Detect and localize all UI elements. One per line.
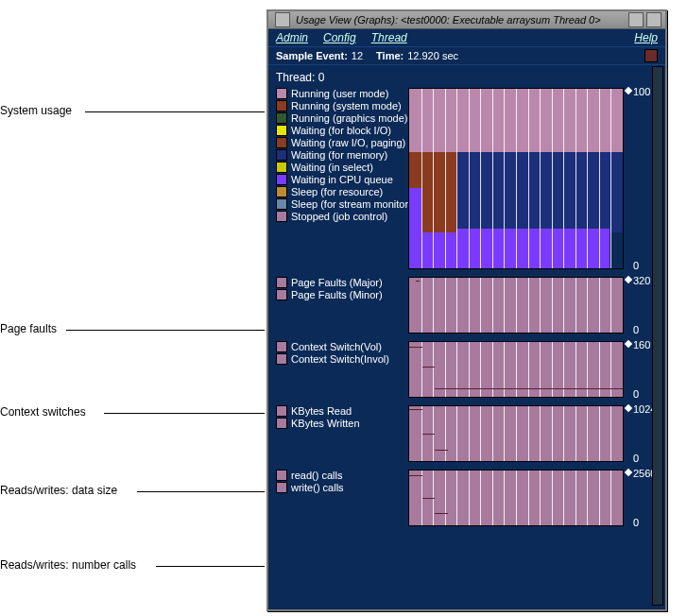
legend-item: Running (system mode) bbox=[276, 100, 408, 111]
ymin: 0 bbox=[633, 260, 639, 271]
menu-help[interactable]: Help bbox=[634, 31, 658, 44]
legend-label: Waiting (in select) bbox=[291, 162, 373, 173]
panel-rw-calls: read() callswrite() calls 2560 0 bbox=[276, 470, 658, 526]
legend-label: KBytes Read bbox=[291, 405, 352, 417]
legend-label: Waiting (for block I/O) bbox=[291, 125, 391, 136]
legend-swatch-icon bbox=[276, 341, 287, 352]
legend-item: Context Switch(Invol) bbox=[276, 353, 408, 365]
legend-item: Stopped (job control) bbox=[276, 211, 408, 222]
annotation-rw-calls: Reads/writes: number calls bbox=[0, 558, 136, 572]
legend-label: Running (system mode) bbox=[291, 100, 402, 111]
legend-swatch-icon bbox=[276, 112, 287, 124]
legend-label: Page Faults (Minor) bbox=[291, 289, 383, 300]
ymax: 320 bbox=[633, 275, 650, 286]
marker-icon bbox=[625, 404, 632, 412]
legend-swatch-icon bbox=[276, 277, 287, 288]
legend-label: Waiting (raw I/O, paging) bbox=[291, 137, 405, 148]
legend-item: write() calls bbox=[276, 482, 408, 493]
titlebar[interactable]: Usage View (Graphs): <test0000: Executab… bbox=[268, 11, 665, 29]
annotation-rw-size: Reads/writes: data size bbox=[0, 484, 117, 497]
ymin: 0 bbox=[633, 388, 639, 400]
legend-swatch-icon bbox=[276, 162, 287, 173]
chart-page-faults[interactable] bbox=[408, 277, 624, 334]
legend-label: Context Switch(Vol) bbox=[291, 341, 382, 352]
legend-item: Page Faults (Major) bbox=[276, 277, 408, 288]
annotation-context-switches: Context switches bbox=[0, 405, 86, 419]
legend-item: Waiting (in select) bbox=[276, 162, 408, 173]
chart-rw-size[interactable] bbox=[408, 405, 624, 462]
legend-item: KBytes Read bbox=[276, 405, 408, 417]
info-bar: Sample Event: 12 Time: 12.920 sec bbox=[268, 46, 665, 65]
menubar: Admin Config Thread Help bbox=[268, 29, 665, 46]
time-value: 12.920 sec bbox=[407, 50, 458, 61]
legend-item: Running (graphics mode) bbox=[276, 112, 408, 124]
ymin: 0 bbox=[633, 453, 639, 464]
marker-icon bbox=[625, 469, 632, 476]
legend-item: Waiting in CPU queue bbox=[276, 174, 408, 185]
legend-swatch-icon bbox=[276, 418, 287, 429]
legend-swatch-icon bbox=[276, 289, 287, 300]
ymin: 0 bbox=[633, 324, 639, 335]
legend-swatch-icon bbox=[276, 470, 287, 481]
chart-rw-calls[interactable] bbox=[408, 470, 624, 526]
legend-swatch-icon bbox=[276, 149, 287, 161]
legend-swatch-icon bbox=[276, 125, 287, 136]
panel-system-usage: Running (user mode)Running (system mode)… bbox=[276, 88, 658, 269]
menu-thread[interactable]: Thread bbox=[371, 31, 407, 44]
panel-context-switches: Context Switch(Vol)Context Switch(Invol)… bbox=[276, 341, 658, 398]
ymax: 100 bbox=[633, 86, 650, 97]
legend-item: Waiting (for memory) bbox=[276, 149, 408, 161]
maximize-button[interactable] bbox=[646, 12, 661, 27]
legend-swatch-icon bbox=[276, 198, 287, 210]
marker-icon bbox=[625, 340, 632, 348]
legend-swatch-icon bbox=[276, 186, 287, 197]
chart-context-switches[interactable] bbox=[408, 341, 624, 398]
chart-system-usage[interactable] bbox=[408, 88, 624, 269]
legend-item: Waiting (for block I/O) bbox=[276, 125, 408, 136]
sample-event-label: Sample Event: bbox=[276, 50, 348, 61]
legend-label: Sleep (for stream monitor) bbox=[291, 198, 412, 210]
legend-item: Sleep (for resource) bbox=[276, 186, 408, 197]
legend-label: read() calls bbox=[291, 470, 342, 481]
legend-label: Waiting (for memory) bbox=[291, 149, 387, 161]
legend-item: Page Faults (Minor) bbox=[276, 289, 408, 300]
legend-item: Waiting (raw I/O, paging) bbox=[276, 137, 408, 148]
legend-swatch-icon bbox=[276, 88, 287, 99]
legend-item: KBytes Written bbox=[276, 418, 408, 429]
record-indicator-icon bbox=[644, 49, 658, 62]
vertical-scrollbar[interactable] bbox=[652, 66, 663, 606]
legend-label: Running (graphics mode) bbox=[291, 112, 408, 124]
legend-swatch-icon bbox=[276, 211, 287, 222]
marker-icon bbox=[625, 276, 632, 283]
legend-item: Context Switch(Vol) bbox=[276, 341, 408, 352]
menu-config[interactable]: Config bbox=[323, 31, 356, 44]
marker-icon bbox=[625, 87, 632, 94]
thread-label: Thread: 0 bbox=[276, 71, 658, 84]
legend-swatch-icon bbox=[276, 482, 287, 493]
annotation-page-faults: Page faults bbox=[0, 322, 57, 335]
legend-swatch-icon bbox=[276, 174, 287, 185]
minimize-button[interactable] bbox=[628, 12, 644, 27]
legend-swatch-icon bbox=[276, 405, 287, 417]
panel-page-faults: Page Faults (Major)Page Faults (Minor) 3… bbox=[276, 277, 658, 334]
legend-label: KBytes Written bbox=[291, 418, 360, 429]
legend-label: Running (user mode) bbox=[291, 88, 388, 99]
menu-admin[interactable]: Admin bbox=[276, 31, 308, 44]
window-title: Usage View (Graphs): <test0000: Executab… bbox=[296, 14, 626, 26]
legend-label: Sleep (for resource) bbox=[291, 186, 383, 197]
sample-event-value: 12 bbox=[352, 50, 363, 61]
legend-item: read() calls bbox=[276, 470, 408, 481]
legend-item: Sleep (for stream monitor) bbox=[276, 198, 408, 210]
legend-swatch-icon bbox=[276, 137, 287, 148]
legend-label: Waiting in CPU queue bbox=[291, 174, 393, 185]
ymin: 0 bbox=[633, 517, 639, 528]
sysmenu-button[interactable] bbox=[275, 12, 290, 27]
legend-label: write() calls bbox=[291, 482, 344, 493]
legend-swatch-icon bbox=[276, 100, 287, 111]
usage-view-window: Usage View (Graphs): <test0000: Executab… bbox=[266, 9, 667, 611]
legend-label: Stopped (job control) bbox=[291, 211, 387, 222]
annotation-system-usage: System usage bbox=[0, 104, 72, 117]
legend-label: Context Switch(Invol) bbox=[291, 353, 389, 365]
time-label: Time: bbox=[376, 50, 404, 61]
legend-label: Page Faults (Major) bbox=[291, 277, 383, 288]
